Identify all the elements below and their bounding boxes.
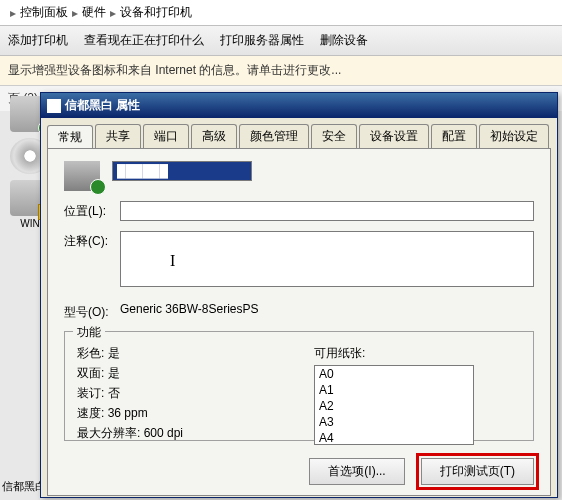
- comment-label: 注释(C):: [64, 231, 120, 250]
- tab-body-general: ██████ 位置(L): 注释(C): 型号(O): Generic 36BW…: [47, 148, 551, 496]
- capabilities-group: 功能 彩色: 是 双面: 是 装订: 否 速度: 36 ppm 最大分辨率: 6…: [64, 331, 534, 441]
- breadcrumb-devices-printers[interactable]: 设备和打印机: [120, 4, 192, 21]
- chevron-right-icon: ▸: [72, 6, 78, 20]
- spec-staple: 装订: 否: [77, 385, 284, 402]
- model-value: Generic 36BW-8SeriesPS: [120, 302, 534, 316]
- spec-color: 彩色: 是: [77, 345, 284, 362]
- chevron-right-icon: ▸: [10, 6, 16, 20]
- spec-maxres: 最大分辨率: 600 dpi: [77, 425, 284, 442]
- button-row: 首选项(I)... 打印测试页(T): [309, 458, 534, 485]
- info-bar[interactable]: 显示增强型设备图标和来自 Internet 的信息。请单击进行更改...: [0, 56, 562, 86]
- add-printer-button[interactable]: 添加打印机: [8, 32, 68, 49]
- location-label: 位置(L):: [64, 201, 120, 220]
- tab-general[interactable]: 常规: [47, 125, 93, 149]
- spec-column: 彩色: 是 双面: 是 装订: 否 速度: 36 ppm 最大分辨率: 600 …: [77, 342, 284, 445]
- tab-advanced[interactable]: 高级: [191, 124, 237, 148]
- dialog-title: 信都黑白 属性: [65, 97, 140, 114]
- remove-device-button[interactable]: 删除设备: [320, 32, 368, 49]
- paper-label: 可用纸张:: [314, 345, 521, 362]
- location-input[interactable]: [120, 201, 534, 221]
- tab-strip: 常规 共享 端口 高级 颜色管理 安全 设备设置 配置 初始设定: [41, 118, 557, 148]
- tab-share[interactable]: 共享: [95, 124, 141, 148]
- printer-icon: [64, 161, 100, 191]
- view-printing-button[interactable]: 查看现在正在打印什么: [84, 32, 204, 49]
- toolbar: 添加打印机 查看现在正在打印什么 打印服务器属性 删除设备: [0, 26, 562, 56]
- printer-properties-dialog: 信都黑白 属性 常规 共享 端口 高级 颜色管理 安全 设备设置 配置 初始设定…: [40, 92, 558, 498]
- list-item[interactable]: A4: [315, 430, 473, 445]
- list-item[interactable]: A1: [315, 382, 473, 398]
- spec-duplex: 双面: 是: [77, 365, 284, 382]
- group-legend: 功能: [73, 324, 105, 341]
- tab-color[interactable]: 颜色管理: [239, 124, 309, 148]
- spec-speed: 速度: 36 ppm: [77, 405, 284, 422]
- print-test-page-button[interactable]: 打印测试页(T): [421, 458, 534, 485]
- tab-device-settings[interactable]: 设备设置: [359, 124, 429, 148]
- breadcrumb-control-panel[interactable]: 控制面板: [20, 4, 68, 21]
- printer-icon: [47, 99, 61, 113]
- printer-name-field[interactable]: ██████: [112, 161, 252, 181]
- preferences-button[interactable]: 首选项(I)...: [309, 458, 404, 485]
- breadcrumb[interactable]: ▸ 控制面板 ▸ 硬件 ▸ 设备和打印机: [0, 0, 562, 26]
- list-item[interactable]: A3: [315, 414, 473, 430]
- chevron-right-icon: ▸: [110, 6, 116, 20]
- breadcrumb-hardware[interactable]: 硬件: [82, 4, 106, 21]
- tab-config[interactable]: 配置: [431, 124, 477, 148]
- dialog-titlebar[interactable]: 信都黑白 属性: [41, 93, 557, 118]
- comment-input[interactable]: [120, 231, 534, 287]
- print-server-props-button[interactable]: 打印服务器属性: [220, 32, 304, 49]
- tab-security[interactable]: 安全: [311, 124, 357, 148]
- paper-listbox[interactable]: A0 A1 A2 A3 A4: [314, 365, 474, 445]
- model-label: 型号(O):: [64, 302, 120, 321]
- list-item[interactable]: A2: [315, 398, 473, 414]
- list-item[interactable]: A0: [315, 366, 473, 382]
- tab-port[interactable]: 端口: [143, 124, 189, 148]
- tab-init[interactable]: 初始设定: [479, 124, 549, 148]
